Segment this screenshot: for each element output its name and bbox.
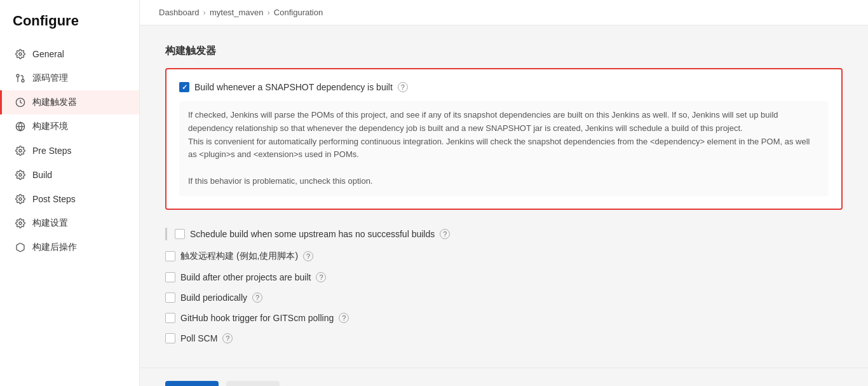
sidebar-item-presteps-label: Pre Steps — [32, 146, 71, 156]
globe-icon — [15, 121, 26, 132]
sidebar-item-general-label: General — [32, 49, 64, 59]
sidebar-item-env-label: 构建环境 — [32, 121, 68, 132]
sidebar-item-env[interactable]: 构建环境 — [0, 114, 139, 139]
main-area: Dashboard › mytest_maven › Configuration… — [140, 0, 868, 386]
snapshot-checkbox-row: Build whenever a SNAPSHOT dependency is … — [179, 82, 829, 92]
snapshot-info-text: If checked, Jenkins will parse the POMs … — [179, 101, 829, 196]
remote-checkbox[interactable] — [165, 251, 175, 261]
svg-point-10 — [19, 222, 22, 224]
upstream-help-icon[interactable]: ? — [440, 229, 450, 239]
sidebar-item-post-actions-label: 构建后操作 — [32, 242, 77, 253]
github-checkbox[interactable] — [165, 313, 175, 323]
periodic-option: Build periodically ? — [165, 287, 843, 308]
content-area: 构建触发器 Build whenever a SNAPSHOT dependen… — [140, 25, 868, 368]
upstream-label: Schedule build when some upstream has no… — [190, 229, 435, 239]
settings-icon — [15, 217, 26, 229]
remote-label: 触发远程构建 (例如,使用脚本) — [180, 251, 298, 262]
sidebar-item-poststeps[interactable]: Post Steps — [0, 187, 139, 211]
build-icon — [15, 169, 26, 181]
sidebar-item-source[interactable]: 源码管理 — [0, 66, 139, 90]
cube-icon — [15, 242, 26, 253]
presteps-icon — [15, 145, 26, 156]
sidebar-item-build-label: Build — [32, 170, 52, 180]
periodic-label: Build periodically — [180, 293, 247, 303]
poll-help-icon[interactable]: ? — [222, 333, 233, 343]
apply-button[interactable]: 应用 — [226, 381, 280, 386]
sidebar-item-presteps[interactable]: Pre Steps — [0, 139, 139, 163]
sidebar-item-poststeps-label: Post Steps — [32, 194, 76, 204]
github-label: GitHub hook trigger for GITScm polling — [180, 313, 334, 323]
remote-help-icon[interactable]: ? — [303, 251, 313, 261]
git-icon — [15, 72, 26, 84]
save-button[interactable]: 保存 — [165, 381, 219, 386]
sidebar-item-build[interactable]: Build — [0, 163, 139, 187]
snapshot-section: Build whenever a SNAPSHOT dependency is … — [165, 68, 843, 210]
after-help-icon[interactable]: ? — [316, 272, 326, 282]
periodic-checkbox[interactable] — [165, 293, 175, 303]
github-help-icon[interactable]: ? — [339, 313, 349, 323]
upstream-separator — [165, 228, 167, 240]
svg-point-1 — [22, 79, 24, 82]
gear-icon — [15, 48, 26, 60]
poll-option: Poll SCM ? — [165, 328, 843, 348]
svg-point-7 — [19, 149, 22, 152]
section-title: 构建触发器 — [165, 45, 843, 58]
breadcrumb: Dashboard › mytest_maven › Configuration — [140, 0, 868, 25]
svg-point-9 — [19, 198, 22, 200]
breadcrumb-current: Configuration — [274, 8, 323, 17]
sidebar-item-general[interactable]: General — [0, 42, 139, 66]
sidebar-item-build-settings[interactable]: 构建设置 — [0, 211, 139, 235]
sidebar-item-post-actions[interactable]: 构建后操作 — [0, 235, 139, 259]
snapshot-help-icon[interactable]: ? — [398, 82, 408, 92]
poll-checkbox[interactable] — [165, 333, 175, 343]
footer-buttons: 保存 应用 — [140, 368, 868, 386]
svg-point-2 — [17, 74, 19, 77]
sidebar-item-build-settings-label: 构建设置 — [32, 217, 68, 229]
sidebar-title: Configure — [0, 13, 139, 42]
snapshot-label: Build whenever a SNAPSHOT dependency is … — [194, 82, 393, 92]
sidebar-item-triggers[interactable]: 构建触发器 — [0, 90, 139, 114]
poststeps-icon — [15, 193, 26, 205]
sidebar: Configure General 源码管理 构建触发器 构建环境 — [0, 0, 140, 386]
remote-option: 触发远程构建 (例如,使用脚本) ? — [165, 245, 843, 267]
breadcrumb-dashboard[interactable]: Dashboard — [159, 8, 200, 17]
after-label: Build after other projects are built — [180, 272, 311, 282]
breadcrumb-project[interactable]: mytest_maven — [210, 8, 264, 17]
svg-point-0 — [19, 53, 22, 55]
breadcrumb-sep-2: › — [268, 8, 270, 17]
svg-point-8 — [19, 174, 22, 176]
breadcrumb-sep-1: › — [203, 8, 206, 17]
periodic-help-icon[interactable]: ? — [252, 293, 262, 303]
after-checkbox[interactable] — [165, 272, 175, 282]
sidebar-item-triggers-label: 构建触发器 — [32, 97, 77, 108]
upstream-option: Schedule build when some upstream has no… — [165, 223, 843, 245]
sidebar-item-source-label: 源码管理 — [32, 72, 68, 84]
snapshot-checkbox[interactable] — [179, 82, 189, 92]
poll-label: Poll SCM — [180, 333, 217, 343]
upstream-checkbox[interactable] — [175, 229, 185, 239]
github-option: GitHub hook trigger for GITScm polling ? — [165, 308, 843, 328]
clock-icon — [15, 97, 26, 108]
after-option: Build after other projects are built ? — [165, 267, 843, 287]
